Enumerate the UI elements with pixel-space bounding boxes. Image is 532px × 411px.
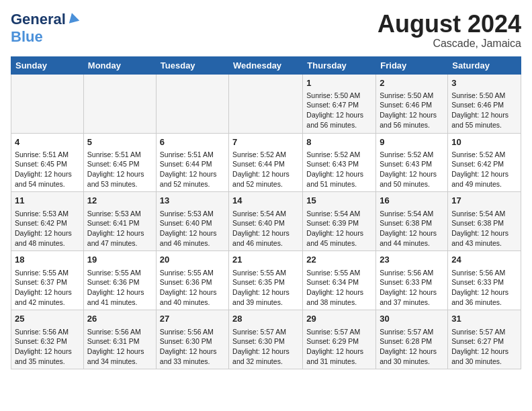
day-number: 21 (232, 254, 299, 266)
day-info: Sunrise: 5:55 AM Sunset: 6:34 PM Dayligh… (306, 268, 372, 308)
col-wednesday: Wednesday (229, 56, 303, 74)
day-info: Sunrise: 5:54 AM Sunset: 6:38 PM Dayligh… (380, 209, 444, 248)
calendar-cell: 5Sunrise: 5:51 AM Sunset: 6:45 PM Daylig… (83, 133, 156, 192)
logo: General Blue (11, 11, 80, 46)
day-info: Sunrise: 5:57 AM Sunset: 6:28 PM Dayligh… (380, 327, 444, 367)
calendar-cell: 10Sunrise: 5:52 AM Sunset: 6:42 PM Dayli… (448, 133, 521, 192)
day-info: Sunrise: 5:52 AM Sunset: 6:42 PM Dayligh… (451, 150, 517, 189)
day-number: 4 (15, 136, 80, 148)
day-info: Sunrise: 5:53 AM Sunset: 6:42 PM Dayligh… (15, 209, 80, 248)
col-monday: Monday (83, 56, 156, 74)
day-info: Sunrise: 5:55 AM Sunset: 6:35 PM Dayligh… (232, 268, 299, 308)
day-number: 2 (380, 77, 444, 89)
calendar-cell: 30Sunrise: 5:57 AM Sunset: 6:28 PM Dayli… (376, 310, 448, 369)
day-info: Sunrise: 5:55 AM Sunset: 6:36 PM Dayligh… (87, 268, 152, 308)
col-friday: Friday (376, 56, 448, 74)
day-info: Sunrise: 5:56 AM Sunset: 6:31 PM Dayligh… (87, 327, 152, 367)
title-block: August 2024 Cascade, Jamaica (378, 11, 521, 50)
calendar-cell: 21Sunrise: 5:55 AM Sunset: 6:35 PM Dayli… (229, 251, 303, 310)
calendar-week-4: 18Sunrise: 5:55 AM Sunset: 6:37 PM Dayli… (11, 251, 521, 310)
calendar-cell: 17Sunrise: 5:54 AM Sunset: 6:38 PM Dayli… (448, 192, 521, 251)
day-info: Sunrise: 5:55 AM Sunset: 6:37 PM Dayligh… (15, 268, 80, 308)
calendar-cell: 9Sunrise: 5:52 AM Sunset: 6:43 PM Daylig… (376, 133, 448, 192)
day-number: 1 (306, 77, 372, 89)
day-info: Sunrise: 5:50 AM Sunset: 6:46 PM Dayligh… (451, 91, 517, 130)
calendar-cell: 8Sunrise: 5:52 AM Sunset: 6:43 PM Daylig… (303, 133, 376, 192)
day-number: 13 (160, 195, 225, 207)
calendar-cell (156, 74, 228, 133)
col-thursday: Thursday (303, 56, 376, 74)
calendar-cell: 6Sunrise: 5:51 AM Sunset: 6:44 PM Daylig… (156, 133, 228, 192)
calendar-cell: 3Sunrise: 5:50 AM Sunset: 6:46 PM Daylig… (448, 74, 521, 133)
day-info: Sunrise: 5:50 AM Sunset: 6:46 PM Dayligh… (380, 91, 444, 130)
day-number: 26 (87, 313, 152, 325)
logo-icon (66, 11, 80, 25)
day-number: 9 (380, 136, 444, 148)
day-info: Sunrise: 5:50 AM Sunset: 6:47 PM Dayligh… (306, 91, 372, 130)
day-info: Sunrise: 5:54 AM Sunset: 6:40 PM Dayligh… (232, 209, 299, 248)
calendar-week-3: 11Sunrise: 5:53 AM Sunset: 6:42 PM Dayli… (11, 192, 521, 251)
day-info: Sunrise: 5:52 AM Sunset: 6:44 PM Dayligh… (232, 150, 299, 189)
day-info: Sunrise: 5:54 AM Sunset: 6:38 PM Dayligh… (451, 209, 517, 248)
calendar-week-5: 25Sunrise: 5:56 AM Sunset: 6:32 PM Dayli… (11, 310, 521, 369)
day-number: 12 (87, 195, 152, 207)
day-number: 19 (87, 254, 152, 266)
day-number: 11 (15, 195, 80, 207)
col-sunday: Sunday (11, 56, 84, 74)
main-title: August 2024 (378, 11, 521, 38)
calendar-cell: 29Sunrise: 5:57 AM Sunset: 6:29 PM Dayli… (303, 310, 376, 369)
day-info: Sunrise: 5:52 AM Sunset: 6:43 PM Dayligh… (380, 150, 444, 189)
col-saturday: Saturday (448, 56, 521, 74)
day-number: 14 (232, 195, 299, 207)
day-number: 17 (451, 195, 517, 207)
calendar-cell: 25Sunrise: 5:56 AM Sunset: 6:32 PM Dayli… (11, 310, 84, 369)
svg-marker-0 (66, 11, 79, 24)
day-number: 18 (15, 254, 80, 266)
day-number: 30 (380, 313, 444, 325)
day-info: Sunrise: 5:54 AM Sunset: 6:39 PM Dayligh… (306, 209, 372, 248)
calendar-week-1: 1Sunrise: 5:50 AM Sunset: 6:47 PM Daylig… (11, 74, 521, 133)
calendar-header-row: Sunday Monday Tuesday Wednesday Thursday… (11, 56, 521, 74)
col-tuesday: Tuesday (156, 56, 228, 74)
day-number: 29 (306, 313, 372, 325)
calendar-cell: 18Sunrise: 5:55 AM Sunset: 6:37 PM Dayli… (11, 251, 84, 310)
day-info: Sunrise: 5:56 AM Sunset: 6:30 PM Dayligh… (160, 327, 225, 367)
day-info: Sunrise: 5:56 AM Sunset: 6:33 PM Dayligh… (380, 268, 444, 308)
day-number: 31 (451, 313, 517, 325)
day-info: Sunrise: 5:55 AM Sunset: 6:36 PM Dayligh… (160, 268, 225, 308)
calendar-cell: 12Sunrise: 5:53 AM Sunset: 6:41 PM Dayli… (83, 192, 156, 251)
calendar-cell (229, 74, 303, 133)
day-info: Sunrise: 5:56 AM Sunset: 6:33 PM Dayligh… (451, 268, 517, 308)
day-info: Sunrise: 5:56 AM Sunset: 6:32 PM Dayligh… (15, 327, 80, 367)
logo-blue-text: Blue (11, 28, 43, 45)
day-number: 24 (451, 254, 517, 266)
day-number: 8 (306, 136, 372, 148)
day-number: 23 (380, 254, 444, 266)
day-info: Sunrise: 5:57 AM Sunset: 6:29 PM Dayligh… (306, 327, 372, 367)
calendar-cell: 13Sunrise: 5:53 AM Sunset: 6:40 PM Dayli… (156, 192, 228, 251)
calendar-cell: 15Sunrise: 5:54 AM Sunset: 6:39 PM Dayli… (303, 192, 376, 251)
calendar-cell: 14Sunrise: 5:54 AM Sunset: 6:40 PM Dayli… (229, 192, 303, 251)
calendar-cell: 4Sunrise: 5:51 AM Sunset: 6:45 PM Daylig… (11, 133, 84, 192)
day-number: 27 (160, 313, 225, 325)
calendar-cell: 31Sunrise: 5:57 AM Sunset: 6:27 PM Dayli… (448, 310, 521, 369)
day-info: Sunrise: 5:57 AM Sunset: 6:30 PM Dayligh… (232, 327, 299, 367)
calendar-table: Sunday Monday Tuesday Wednesday Thursday… (11, 56, 521, 370)
day-number: 3 (451, 77, 517, 89)
day-number: 15 (306, 195, 372, 207)
calendar-cell: 1Sunrise: 5:50 AM Sunset: 6:47 PM Daylig… (303, 74, 376, 133)
calendar-cell: 20Sunrise: 5:55 AM Sunset: 6:36 PM Dayli… (156, 251, 228, 310)
day-number: 22 (306, 254, 372, 266)
day-info: Sunrise: 5:51 AM Sunset: 6:44 PM Dayligh… (160, 150, 225, 189)
calendar-cell: 22Sunrise: 5:55 AM Sunset: 6:34 PM Dayli… (303, 251, 376, 310)
day-number: 7 (232, 136, 299, 148)
calendar-cell: 27Sunrise: 5:56 AM Sunset: 6:30 PM Dayli… (156, 310, 228, 369)
day-info: Sunrise: 5:51 AM Sunset: 6:45 PM Dayligh… (15, 150, 80, 189)
day-number: 25 (15, 313, 80, 325)
calendar-cell: 16Sunrise: 5:54 AM Sunset: 6:38 PM Dayli… (376, 192, 448, 251)
calendar-cell: 19Sunrise: 5:55 AM Sunset: 6:36 PM Dayli… (83, 251, 156, 310)
day-info: Sunrise: 5:52 AM Sunset: 6:43 PM Dayligh… (306, 150, 372, 189)
page-header: General Blue August 2024 Cascade, Jamaic… (11, 11, 521, 50)
calendar-cell (11, 74, 84, 133)
calendar-cell: 26Sunrise: 5:56 AM Sunset: 6:31 PM Dayli… (83, 310, 156, 369)
